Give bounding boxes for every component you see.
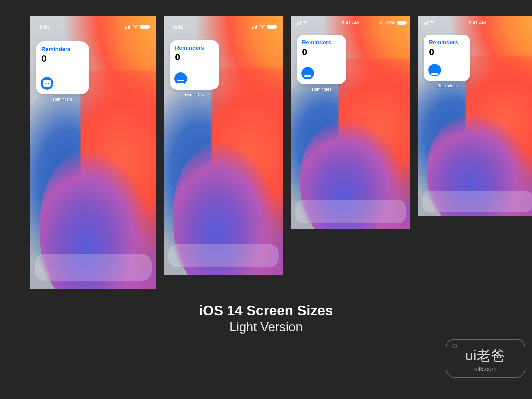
- widget-title: Reminders: [41, 46, 84, 53]
- status-time: 9:41: [39, 24, 49, 30]
- status-bar: 9:41 AM: [418, 16, 532, 27]
- dock[interactable]: [168, 244, 279, 267]
- widget-count: 0: [429, 47, 465, 57]
- widget-title: Reminders: [302, 39, 341, 46]
- wifi-icon: [430, 21, 435, 25]
- caption: iOS 14 Screen Sizes Light Version: [0, 303, 532, 334]
- dock[interactable]: [35, 254, 152, 281]
- battery-percent: 100%: [384, 20, 395, 25]
- widget-count: 0: [175, 52, 214, 63]
- watermark-url: uil8.com: [474, 366, 496, 373]
- widget-label: Reminders: [297, 87, 346, 92]
- status-bar: 9:41: [30, 16, 156, 33]
- wifi-icon: [260, 25, 265, 29]
- battery-icon: [140, 25, 149, 29]
- dock[interactable]: [422, 191, 532, 212]
- status-bar: 9:41: [164, 16, 283, 33]
- status-time: 9:41 AM: [469, 20, 486, 25]
- phone-mockup-3: 9:41 AM 100% Reminders 0 Reminders: [291, 16, 410, 229]
- reminders-widget[interactable]: Reminders 0: [36, 41, 89, 94]
- phone-mockup-1: 9:41 Reminders 0 Reminders: [30, 16, 156, 289]
- bluetooth-icon: [379, 20, 382, 25]
- cellular-signal-icon: [295, 21, 301, 25]
- reminders-app-icon: [174, 72, 187, 85]
- reminders-widget[interactable]: Reminders 0: [297, 35, 346, 84]
- widget-label: Reminders: [170, 92, 219, 97]
- reminders-app-icon: [428, 64, 441, 76]
- widget-label: Reminders: [36, 97, 89, 102]
- reminders-widget[interactable]: Reminders 0: [424, 35, 470, 81]
- widget-title: Reminders: [429, 39, 465, 46]
- battery-icon: [267, 25, 276, 29]
- widget-container: Reminders 0 Reminders: [297, 35, 346, 92]
- status-time: 9:41 AM: [342, 20, 359, 25]
- widget-count: 0: [41, 53, 84, 64]
- status-bar: 9:41 AM 100%: [291, 16, 410, 27]
- reminders-app-icon: [41, 77, 53, 90]
- battery-icon: [397, 21, 406, 25]
- reminders-app-icon: [301, 67, 314, 80]
- widget-container: Reminders 0 Reminders: [36, 41, 89, 102]
- widget-container: Reminders 0 Reminders: [170, 40, 219, 97]
- widget-label: Reminders: [424, 84, 470, 88]
- caption-subtitle: Light Version: [0, 320, 532, 334]
- dock[interactable]: [295, 200, 406, 223]
- watermark-badge: ui老爸 uil8.com: [446, 339, 525, 378]
- status-time: 9:41: [173, 24, 183, 30]
- phone-mockup-2: 9:41 Reminders 0 Reminders: [164, 16, 283, 275]
- phone-mockup-4: 9:41 AM Reminders 0 Reminders: [418, 16, 532, 216]
- caption-title: iOS 14 Screen Sizes: [0, 303, 532, 319]
- widget-count: 0: [302, 47, 341, 57]
- cellular-signal-icon: [125, 25, 131, 29]
- widget-container: Reminders 0 Reminders: [424, 35, 470, 88]
- cellular-signal-icon: [252, 25, 258, 29]
- wifi-icon: [303, 21, 308, 25]
- reminders-widget[interactable]: Reminders 0: [170, 40, 219, 90]
- wifi-icon: [133, 25, 138, 29]
- phone-mockups-row: 9:41 Reminders 0 Reminders: [0, 0, 532, 289]
- cellular-signal-icon: [422, 21, 428, 25]
- watermark-text: ui老爸: [466, 346, 506, 365]
- widget-title: Reminders: [175, 45, 214, 51]
